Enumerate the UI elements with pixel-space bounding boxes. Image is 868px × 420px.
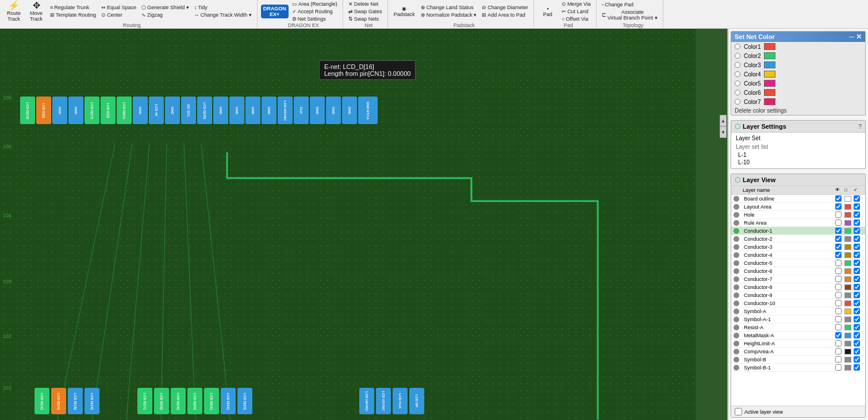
regulate-trunk-button[interactable]: ≡ Regulate Trunk [48,4,98,11]
layer-vis1[interactable] [835,260,842,266]
layer-vis1[interactable] [835,244,842,250]
delete-net-button[interactable]: ✕ Delete Net [347,1,384,7]
pin-chip[interactable]: LCD D[20] [187,388,202,414]
color4-radio[interactable] [735,71,740,77]
cut-land-button[interactable]: ✂ Cut Land [560,8,593,15]
dragon-ex-button[interactable]: DRAGONEX+ [261,5,289,18]
layer-vis1[interactable] [835,211,842,218]
layer-row-conductor-5[interactable]: Conductor-5 [731,259,865,267]
pin-chip[interactable]: LCD D[19] [85,388,99,414]
color1-radio[interactable] [735,44,740,49]
normalize-padstack-button[interactable]: ⊗ Normalize Padstack ▾ [419,11,479,18]
layer-vis1[interactable] [835,195,842,202]
layer-vis1[interactable] [835,340,842,346]
delete-color-settings-button[interactable]: Delete color settings [731,106,865,115]
layer-vis2[interactable] [854,260,860,266]
pin-chip[interactable]: LCD D[22] [221,388,236,414]
layer-vis2[interactable] [854,195,860,202]
pin-chip[interactable]: LCD HSYNC [359,388,374,414]
layer-vis1[interactable] [835,356,842,363]
pin-chip[interactable]: LCD D[18] [68,388,83,414]
layer-row-conductor-7[interactable]: Conductor-7 [731,275,865,283]
layer-row-conductor-1[interactable]: Conductor-1 [731,227,865,235]
color6-radio[interactable] [735,90,740,95]
equal-space-button[interactable]: ⇔ Equal Space [99,4,138,11]
generate-shield-button[interactable]: ⬡ Generate Shield ▾ [140,4,191,11]
layer-vis1[interactable] [835,252,842,258]
layer-row-board-outline[interactable]: Board outline [731,195,865,203]
layer-row-conductor-9[interactable]: Conductor-9 [731,291,865,299]
layer-vis2[interactable] [854,244,860,250]
color5-row[interactable]: Color5 [731,79,865,88]
pin-chip[interactable]: LCD VSYNC [376,388,391,414]
layer-row-symbol-a1[interactable]: Symbol-A-1 [731,315,865,323]
layer-vis1[interactable] [835,219,842,226]
pin-chip[interactable]: LCD D[21] [204,388,219,414]
pin-chip[interactable]: LCD CLK [393,388,408,414]
layer-row-hole[interactable]: Hole [731,211,865,219]
tidy-button[interactable]: ↕ Tidy [193,4,254,11]
area-rectangle-button[interactable]: ▭ Area (Rectangle) [290,1,339,7]
layer-vis1[interactable] [835,324,842,330]
color1-row[interactable]: Color1 [731,42,865,51]
layer-row-conductor-8[interactable]: Conductor-8 [731,283,865,291]
color6-row[interactable]: Color6 [731,88,865,97]
scroll-down-arrow[interactable]: ▼ [720,126,727,138]
layer-vis1[interactable] [835,364,842,371]
layer-row-comparea-a[interactable]: CompArea-A [731,348,865,356]
pin-chip[interactable]: LCD D[23] [237,388,252,414]
layer-row-symbol-b1[interactable]: Symbol-B-1 [731,364,865,372]
template-routing-button[interactable]: ⊞ Template Routing [48,11,98,18]
pin-chip[interactable]: LCD DP [409,388,424,414]
layer-set-l1[interactable]: L-1 [736,151,861,159]
add-area-to-pad-button[interactable]: ⊞ Add Area to Pad [480,11,530,18]
layer-row-rule-area[interactable]: Rule Area [731,219,865,227]
layer-vis2[interactable] [854,211,860,218]
layer-row-symbol-b[interactable]: Symbol-B [731,356,865,364]
pin-chip[interactable]: LCD D[19] [171,388,186,414]
layer-vis2[interactable] [854,356,860,363]
move-track-button[interactable]: ✥ MoveTrack [26,0,47,23]
layer-vis1[interactable] [835,276,842,282]
layer-vis1[interactable] [835,268,842,274]
center-button[interactable]: ⊙ Center [99,11,138,18]
layer-vis2[interactable] [854,324,860,330]
layer-vis2[interactable] [854,236,860,242]
change-track-width-button[interactable]: ↔ Change Track Width ▾ [193,11,254,18]
offset-via-button[interactable]: ○ Offset Via [560,16,593,22]
net-settings-button[interactable]: ⚙ Net Settings [290,16,339,22]
layer-vis1[interactable] [835,236,842,242]
change-land-status-button[interactable]: ⊕ Change Land Status [419,4,479,11]
layer-vis1[interactable] [835,332,842,338]
layer-row-conductor-3[interactable]: Conductor-3 [731,243,865,251]
layer-vis1[interactable] [835,284,842,290]
layer-settings-help-button[interactable]: ? [858,123,862,130]
layer-vis2[interactable] [854,284,860,290]
scroll-up-arrow[interactable]: ▲ [720,115,727,126]
layer-vis2[interactable] [854,268,860,274]
change-diameter-button[interactable]: ⊘ Change Diameter [480,4,530,11]
pad-button[interactable]: ▪ Pad [537,5,558,18]
associate-virtual-branch-button[interactable]: ⊏ AssociateVirtual Branch Point ▾ [600,9,659,21]
layer-vis2[interactable] [854,276,860,282]
layer-row-resist-a[interactable]: Resist-A [731,323,865,332]
layer-vis2[interactable] [854,252,860,258]
padstack-button[interactable]: ◉ Padstack [391,5,417,18]
layer-vis1[interactable] [835,308,842,314]
color5-radio[interactable] [735,80,740,86]
layer-vis2[interactable] [854,332,860,338]
layer-row-heightlimit-a[interactable]: HeightLimit-A [731,340,865,348]
active-layer-view-checkbox[interactable] [735,408,742,415]
pin-chip[interactable]: LCD D[18] [154,388,169,414]
layer-vis1[interactable] [835,300,842,306]
color2-radio[interactable] [735,53,740,59]
layer-vis2[interactable] [854,292,860,298]
layer-row-layout-area[interactable]: Layout Area [731,203,865,211]
layer-vis2[interactable] [854,219,860,226]
layer-vis1[interactable] [835,292,842,298]
layer-vis2[interactable] [854,308,860,314]
layer-vis2[interactable] [854,316,860,322]
zigzag-button[interactable]: ∿ Zigzag [140,11,191,18]
layer-row-conductor-4[interactable]: Conductor-4 [731,251,865,259]
layer-row-metalmask-a[interactable]: MetalMask-A [731,332,865,340]
